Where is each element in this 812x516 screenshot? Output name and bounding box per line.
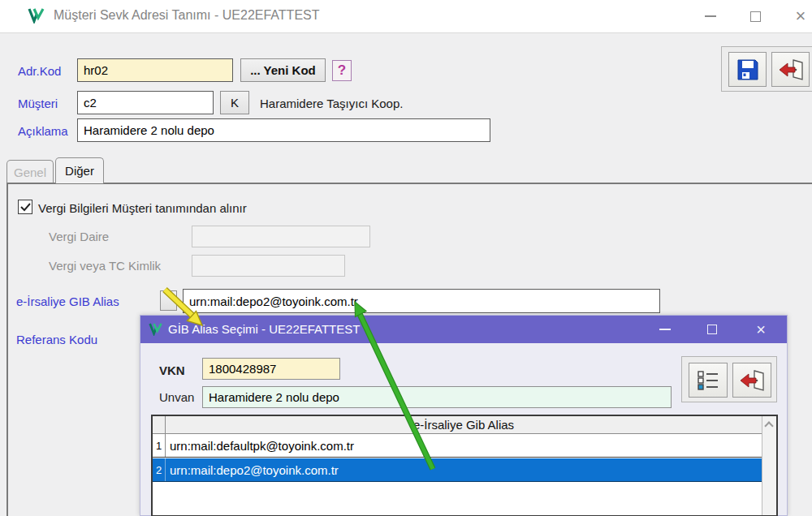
adr-kod-input[interactable] <box>77 58 233 82</box>
musteri-lookup-button[interactable]: K <box>220 91 249 114</box>
yeni-kod-button[interactable]: ... Yeni Kod <box>240 58 326 82</box>
dialog-title: GİB Alias Seçimi - UE22EFATTEST <box>168 322 360 336</box>
row-number: 2 <box>153 458 166 481</box>
exit-door-icon <box>738 368 766 393</box>
list-select-button[interactable] <box>689 363 728 398</box>
save-button[interactable] <box>728 52 767 87</box>
help-button[interactable]: ? <box>332 60 352 81</box>
exit-door-icon <box>777 58 805 82</box>
main-toolbar <box>721 46 812 92</box>
close-icon: × <box>796 7 806 25</box>
floppy-disk-icon <box>736 58 760 82</box>
exit-button[interactable] <box>771 52 810 87</box>
dialog-minimize-icon <box>659 329 671 330</box>
dialog-exit-button[interactable] <box>732 363 771 398</box>
maximize-button[interactable] <box>736 0 774 32</box>
gib-alias-label: e-İrsaliye GIB Alias <box>16 295 119 308</box>
checkmark-icon <box>20 203 31 212</box>
dialog-close-button[interactable]: × <box>741 316 780 343</box>
vergi-checkbox[interactable] <box>18 200 32 214</box>
vergi-tc-input <box>192 255 345 277</box>
unvan-input[interactable] <box>202 386 672 408</box>
referans-kodu-label: Referans Kodu <box>16 333 97 346</box>
musteri-name-text: Haramidere Taşıyıcı Koop. <box>260 97 403 110</box>
vkn-label: VKN <box>159 363 185 377</box>
tab-page-border-top <box>6 183 812 184</box>
vergi-checkbox-label: Vergi Bilgileri Müşteri tanımından alını… <box>38 201 247 215</box>
gib-alias-dialog: GİB Alias Seçimi - UE22EFATTEST × VKN Un… <box>140 315 788 516</box>
list-icon <box>697 370 719 391</box>
table-scrollbar[interactable] <box>762 416 776 515</box>
aciklama-input[interactable] <box>77 118 490 142</box>
dialog-minimize-button[interactable] <box>646 316 685 343</box>
tab-page-border-left <box>6 183 8 516</box>
musteri-input[interactable] <box>77 91 214 114</box>
table-corner-cell <box>153 416 166 434</box>
dialog-toolbar <box>681 356 777 402</box>
scroll-up-icon <box>764 421 773 430</box>
minimize-button[interactable] <box>692 0 729 32</box>
minimize-icon <box>705 15 716 17</box>
main-titlebar: Müşteri Sevk Adresi Tanımı - UE22EFATTES… <box>0 0 812 33</box>
row-alias: urn:mail:defaultpk@toyoink.com.tr <box>166 434 762 457</box>
gib-alias-input[interactable] <box>183 289 660 313</box>
dialog-close-icon: × <box>756 321 766 338</box>
window-title: Müşteri Sevk Adresi Tanımı - UE22EFATTES… <box>54 8 320 23</box>
close-button[interactable]: × <box>782 0 812 32</box>
dialog-maximize-button[interactable] <box>693 316 732 343</box>
vkn-input[interactable] <box>202 358 340 380</box>
table-row-selected[interactable]: 2 urn:mail:depo2@toyoink.com.tr <box>153 458 762 482</box>
dialog-titlebar[interactable]: GİB Alias Seçimi - UE22EFATTEST × <box>140 316 787 343</box>
app-logo-icon <box>28 7 45 24</box>
app-window: Müşteri Sevk Adresi Tanımı - UE22EFATTES… <box>0 0 812 516</box>
dialog-maximize-icon <box>707 325 717 334</box>
tab-genel[interactable]: Genel <box>6 160 54 183</box>
vergi-daire-input <box>192 226 370 247</box>
vergi-tc-label: Vergi veya TC Kimlik <box>49 259 161 273</box>
vergi-daire-label: Vergi Daire <box>49 230 109 243</box>
aciklama-label: Açıklama <box>18 124 68 138</box>
musteri-label: Müşteri <box>18 97 58 110</box>
tab-diger[interactable]: Diğer <box>55 157 104 183</box>
table-row[interactable]: 1 urn:mail:defaultpk@toyoink.com.tr <box>153 434 762 458</box>
maximize-icon <box>750 11 761 22</box>
table-header: e-İrsaliye Gib Alias <box>166 416 762 434</box>
alias-table: e-İrsaliye Gib Alias 1 urn:mail:defaultp… <box>151 415 778 516</box>
row-alias: urn:mail:depo2@toyoink.com.tr <box>166 458 762 481</box>
unvan-label: Unvan <box>159 390 194 404</box>
gib-alias-lookup-button[interactable] <box>160 290 177 311</box>
row-number: 1 <box>153 434 166 457</box>
dialog-logo-icon <box>149 322 163 336</box>
adr-kod-label: Adr.Kod <box>18 64 61 78</box>
